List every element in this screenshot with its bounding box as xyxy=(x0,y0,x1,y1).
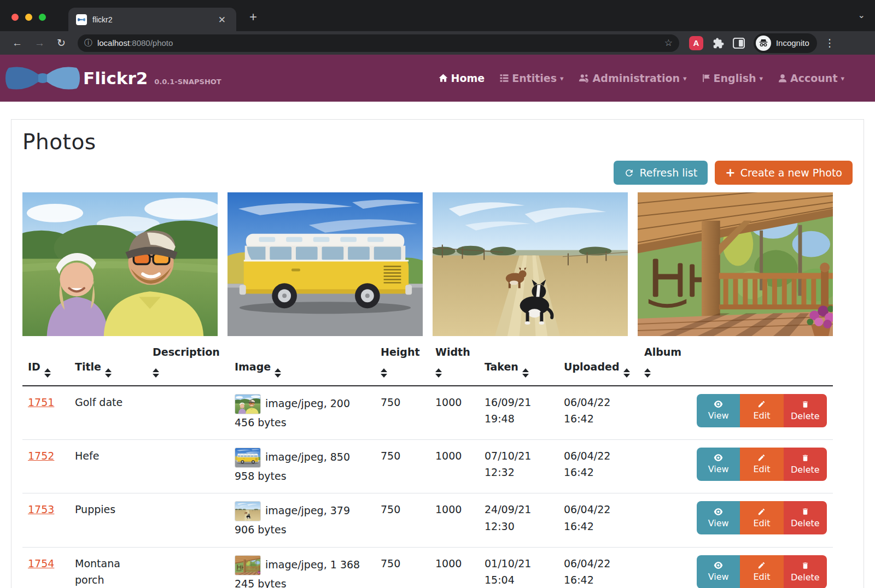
col-header-actions xyxy=(691,340,833,386)
nav-item-entities[interactable]: Entities▾ xyxy=(499,72,563,84)
photo-album xyxy=(639,386,691,440)
view-button[interactable]: View xyxy=(697,394,740,427)
photo-gallery xyxy=(22,192,853,336)
home-icon xyxy=(438,73,448,84)
extensions-puzzle-icon[interactable] xyxy=(712,37,724,49)
col-header-height[interactable]: Height xyxy=(375,340,430,386)
photo-title: Puppies xyxy=(69,493,147,547)
trash-icon xyxy=(801,454,809,462)
site-info-icon[interactable]: ⓘ xyxy=(84,38,92,48)
tab-title: flickr2 xyxy=(92,15,215,24)
refresh-list-button[interactable]: Refresh list xyxy=(614,161,708,185)
row-actions: View Edit Delete xyxy=(697,394,827,427)
tab-close-icon[interactable]: ✕ xyxy=(215,13,229,26)
photo-taken: 07/10/2112:32 xyxy=(479,439,558,493)
tab-search-chevron-icon[interactable]: ⌄ xyxy=(858,10,865,20)
col-header-description[interactable]: Description xyxy=(147,340,229,386)
window-zoom-button[interactable] xyxy=(39,14,46,21)
photo-id-link[interactable]: 1754 xyxy=(28,557,54,569)
row-actions: View Edit Delete xyxy=(697,555,827,588)
photo-album xyxy=(639,439,691,493)
sort-icon[interactable] xyxy=(623,368,630,378)
nav-item-language[interactable]: English▾ xyxy=(702,72,763,84)
table-row: 1752 Hefe image/jpeg, 850958 bytes 750 1… xyxy=(22,439,833,493)
photo-description xyxy=(147,547,229,588)
sort-icon[interactable] xyxy=(435,368,442,378)
photo-id-link[interactable]: 1752 xyxy=(28,450,54,462)
sort-icon[interactable] xyxy=(522,368,529,378)
window-close-button[interactable] xyxy=(11,14,19,21)
window-minimize-button[interactable] xyxy=(25,14,32,21)
back-icon[interactable]: ← xyxy=(12,37,22,49)
new-tab-button[interactable]: + xyxy=(245,9,261,25)
edit-button[interactable]: Edit xyxy=(740,555,783,588)
view-button[interactable]: View xyxy=(697,501,740,534)
photo-title: Montana porch xyxy=(69,547,147,588)
eye-icon xyxy=(714,508,723,516)
edit-button[interactable]: Edit xyxy=(740,394,783,427)
photo-height: 750 xyxy=(375,386,430,440)
sort-icon[interactable] xyxy=(381,368,387,378)
table-row: 1754 Montana porch image/jpeg, 1 368245 … xyxy=(22,547,833,588)
sort-icon[interactable] xyxy=(44,368,51,378)
photo-height: 750 xyxy=(375,547,430,588)
sort-icon[interactable] xyxy=(153,368,159,378)
col-header-uploaded[interactable]: Uploaded xyxy=(558,340,639,386)
edit-button[interactable]: Edit xyxy=(740,448,783,481)
photo-album xyxy=(639,493,691,547)
toolbar-buttons: Refresh list + Create a new Photo xyxy=(22,161,853,185)
browser-menu-icon[interactable]: ⋮ xyxy=(825,37,836,49)
photo-uploaded: 06/04/2216:42 xyxy=(558,493,639,547)
photo-id-link[interactable]: 1751 xyxy=(28,396,54,408)
forward-icon[interactable]: → xyxy=(34,37,45,49)
photo-taken: 16/09/2119:48 xyxy=(479,386,558,440)
reload-icon[interactable]: ↻ xyxy=(57,37,66,49)
col-header-taken[interactable]: Taken xyxy=(479,340,558,386)
table-header-row: ID Title Description Image Height Width … xyxy=(22,340,833,386)
app-navbar: Flickr2 0.0.1-SNAPSHOT Home Entities▾ Ad… xyxy=(0,55,875,102)
sort-icon[interactable] xyxy=(275,368,281,378)
photo-taken: 24/09/2112:30 xyxy=(479,493,558,547)
photos-table: ID Title Description Image Height Width … xyxy=(22,340,833,588)
view-button[interactable]: View xyxy=(697,448,740,481)
address-bar[interactable]: ⓘ localhost:8080/photo ☆ xyxy=(78,34,679,52)
bookmark-star-icon[interactable]: ☆ xyxy=(664,37,673,49)
browser-tab[interactable]: flickr2 ✕ xyxy=(68,8,236,31)
delete-button[interactable]: Delete xyxy=(784,555,827,588)
tab-favicon xyxy=(76,14,87,25)
sort-icon[interactable] xyxy=(644,368,651,378)
nav-item-administration[interactable]: Administration▾ xyxy=(579,72,687,84)
eye-icon xyxy=(714,400,723,408)
col-header-width[interactable]: Width xyxy=(430,340,479,386)
delete-button[interactable]: Delete xyxy=(784,394,827,427)
photo-title: Hefe xyxy=(69,439,147,493)
table-row: 1751 Golf date image/jpeg, 200456 bytes … xyxy=(22,386,833,440)
create-photo-button[interactable]: + Create a new Photo xyxy=(715,161,853,185)
photo-id-link[interactable]: 1753 xyxy=(28,503,54,515)
side-panel-icon[interactable] xyxy=(733,38,745,49)
photo-album xyxy=(639,547,691,588)
col-header-title[interactable]: Title xyxy=(69,340,147,386)
view-button[interactable]: View xyxy=(697,555,740,588)
trash-icon xyxy=(801,561,809,570)
delete-button[interactable]: Delete xyxy=(784,501,827,534)
row-actions: View Edit Delete xyxy=(697,501,827,534)
browser-tab-strip: flickr2 ✕ + ⌄ xyxy=(0,0,875,31)
gallery-photo-cabin-porch xyxy=(638,192,833,336)
trash-icon xyxy=(801,400,809,409)
photo-taken: 01/10/2115:04 xyxy=(479,547,558,588)
col-header-album[interactable]: Album xyxy=(639,340,691,386)
nav-item-account[interactable]: Account▾ xyxy=(778,72,844,84)
col-header-id[interactable]: ID xyxy=(22,340,69,386)
url-text: localhost:8080/photo xyxy=(97,38,173,48)
photo-uploaded: 06/04/2216:42 xyxy=(558,547,639,588)
col-header-image[interactable]: Image xyxy=(229,340,375,386)
extension-a-icon[interactable]: A xyxy=(689,36,703,50)
gallery-photo-dogs-trail xyxy=(433,192,628,336)
edit-button[interactable]: Edit xyxy=(740,501,783,534)
nav-item-home[interactable]: Home xyxy=(438,72,485,84)
photo-thumbnail xyxy=(235,501,261,521)
sort-icon[interactable] xyxy=(105,368,112,378)
delete-button[interactable]: Delete xyxy=(784,448,827,481)
brand[interactable]: Flickr2 0.0.1-SNAPSHOT xyxy=(4,63,221,93)
